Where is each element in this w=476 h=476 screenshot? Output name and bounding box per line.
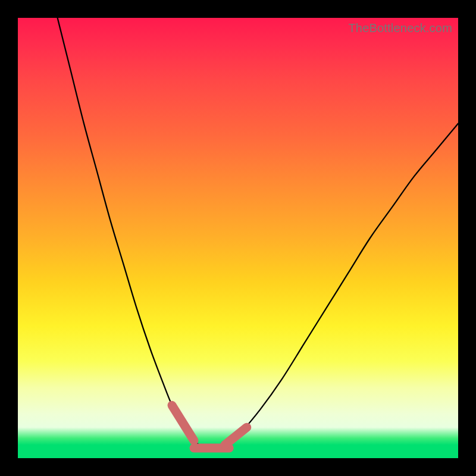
highlight-segment (172, 405, 194, 440)
chart-plot-area: TheBottleneck.com (18, 18, 458, 458)
highlight-group (172, 405, 247, 448)
chart-frame: TheBottleneck.com (0, 0, 476, 476)
highlight-segment (225, 427, 247, 445)
bottleneck-curve-path (58, 18, 458, 450)
chart-svg (18, 18, 458, 458)
